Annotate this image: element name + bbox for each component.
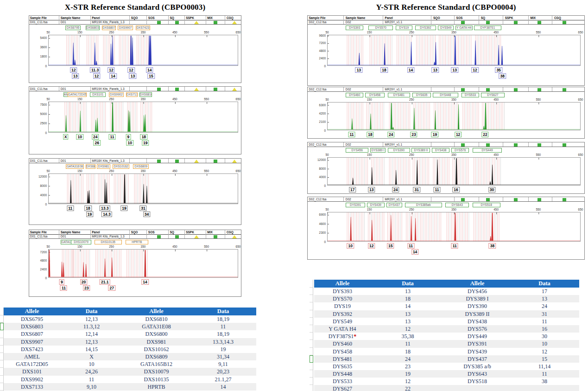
allele-cell[interactable]: DXS9902	[4, 376, 60, 383]
allele-cell[interactable]: DYS456	[445, 288, 510, 295]
allele-cell[interactable]: DYS449	[445, 333, 510, 340]
allele-cell[interactable]: DXS6803	[4, 323, 60, 330]
data-cell[interactable]: 35,38	[371, 333, 445, 340]
allele-cell[interactable]: DXS6795	[4, 315, 60, 323]
data-cell[interactable]: 30	[510, 333, 579, 340]
allele-cell[interactable]: GATA165B12	[123, 360, 190, 368]
allele-cell[interactable]: DXS981	[123, 338, 190, 346]
allele-cell[interactable]: DYS438	[445, 318, 510, 325]
allele-cell[interactable]: DYS460	[314, 340, 371, 347]
allele-cell[interactable]: DYS458	[314, 348, 371, 355]
data-cell[interactable]: 22	[371, 385, 445, 391]
allele-cell[interactable]: DYS439	[445, 348, 510, 355]
allele-cell[interactable]: DXS10162	[123, 346, 190, 353]
data-cell[interactable]	[510, 385, 579, 391]
allele-cell[interactable]: DYS518	[445, 378, 510, 385]
data-cell[interactable]: 12	[510, 348, 579, 355]
allele-cell[interactable]: DXS7133	[4, 383, 60, 391]
allele-cell[interactable]: DYS533	[314, 378, 371, 385]
allele-cell[interactable]: DYS643	[445, 370, 510, 378]
data-cell[interactable]: 12,14	[60, 330, 123, 338]
data-cell[interactable]: 11	[510, 318, 579, 325]
data-cell[interactable]: 15	[510, 355, 579, 363]
data-cell[interactable]: 13	[371, 310, 445, 318]
data-cell[interactable]: 31,34	[190, 353, 256, 360]
allele-cell[interactable]	[445, 385, 510, 391]
allele-cell[interactable]: GATA31E08	[123, 323, 190, 330]
allele-cell[interactable]: DXS6810	[123, 315, 190, 323]
allele-cell[interactable]: DYS570	[314, 295, 371, 302]
data-cell[interactable]: 10	[60, 360, 123, 368]
data-cell[interactable]: 12	[371, 325, 445, 333]
allele-cell[interactable]: DXS7423	[4, 346, 60, 353]
data-cell[interactable]: 21.1,27	[190, 376, 256, 383]
allele-cell[interactable]: Y GATA H4	[314, 325, 371, 333]
data-cell[interactable]: 13.3,14.3	[190, 338, 256, 346]
data-cell[interactable]: 24	[371, 355, 445, 363]
allele-cell[interactable]: DYS549	[314, 318, 371, 325]
data-cell[interactable]: 11	[371, 340, 445, 347]
y-axis-tick-label: 5400	[36, 36, 47, 39]
allele-cell[interactable]: DYS391	[445, 340, 510, 347]
allele-cell[interactable]: DXS101	[4, 368, 60, 375]
data-cell[interactable]: 13	[371, 288, 445, 295]
allele-call-box: 23	[83, 285, 90, 291]
column-header: Sample File	[30, 16, 47, 19]
data-cell[interactable]: 18,19	[190, 315, 256, 323]
data-cell[interactable]: 14	[190, 383, 256, 391]
allele-cell[interactable]: DYS19	[314, 302, 371, 310]
allele-cell[interactable]: DXS10135	[123, 376, 190, 383]
allele-cell[interactable]: DXS6807	[4, 330, 60, 338]
allele-cell[interactable]: DYS389 II	[445, 310, 510, 318]
allele-cell[interactable]: DXS6809	[123, 353, 190, 360]
data-cell[interactable]: 31	[510, 310, 579, 318]
data-cell[interactable]: 20,23	[190, 368, 256, 375]
allele-cell[interactable]: DYS576	[445, 325, 510, 333]
allele-cell[interactable]: DYS635	[314, 363, 371, 370]
data-cell[interactable]: 18	[371, 348, 445, 355]
data-cell[interactable]: 13	[510, 295, 579, 302]
data-cell[interactable]: 11,14	[510, 363, 579, 370]
data-cell[interactable]: 9,11	[190, 360, 256, 368]
allele-cell[interactable]: DYS385 a/b	[445, 363, 510, 370]
data-cell[interactable]: 11	[190, 323, 256, 330]
data-cell[interactable]: 12,13	[60, 315, 123, 323]
data-cell[interactable]: 11	[510, 370, 579, 378]
data-cell[interactable]: 24,26	[60, 368, 123, 375]
data-cell[interactable]: 11	[60, 376, 123, 383]
data-cell[interactable]: 23	[371, 363, 445, 370]
allele-cell[interactable]: DYS389 I	[445, 295, 510, 302]
allele-cell[interactable]: DXS10079	[123, 368, 190, 375]
data-cell[interactable]: 19	[190, 346, 256, 353]
allele-cell[interactable]: DXS9907	[4, 338, 60, 346]
data-cell[interactable]: 17	[510, 288, 579, 295]
data-cell[interactable]: 14,15	[60, 346, 123, 353]
allele-cell[interactable]: DYS390	[445, 302, 510, 310]
data-cell[interactable]: 12	[371, 378, 445, 385]
data-cell[interactable]: 12,13	[60, 338, 123, 346]
data-cell[interactable]: 16	[510, 325, 579, 333]
allele-cell[interactable]: DYS392	[314, 310, 371, 318]
allele-cell[interactable]: HPRTB	[123, 383, 190, 391]
allele-cell[interactable]: DYS481	[314, 355, 371, 363]
data-cell[interactable]: 38	[510, 378, 579, 385]
data-cell[interactable]: X	[60, 353, 123, 360]
data-cell[interactable]: 19	[371, 370, 445, 378]
allele-cell[interactable]: AMEL	[4, 353, 60, 360]
sheet-gutter-cell	[310, 348, 313, 355]
data-cell[interactable]: 14	[371, 302, 445, 310]
allele-cell[interactable]: DYS627	[314, 385, 371, 391]
data-cell[interactable]: 10	[510, 340, 579, 347]
data-cell[interactable]: 9,10	[60, 383, 123, 391]
data-cell[interactable]: 24	[510, 302, 579, 310]
allele-cell[interactable]: DYF387S1*	[314, 333, 371, 340]
allele-cell[interactable]: DYS437	[445, 355, 510, 363]
data-cell[interactable]: 13	[371, 318, 445, 325]
data-cell[interactable]: 18,19	[190, 330, 256, 338]
data-cell[interactable]: 11.3,12	[60, 323, 123, 330]
data-cell[interactable]: 18	[371, 295, 445, 302]
allele-cell[interactable]: DYS393	[314, 288, 371, 295]
allele-cell[interactable]: DYS448	[314, 370, 371, 378]
allele-cell[interactable]: GATA172D05	[4, 360, 60, 368]
allele-cell[interactable]: DXS6800	[123, 330, 190, 338]
